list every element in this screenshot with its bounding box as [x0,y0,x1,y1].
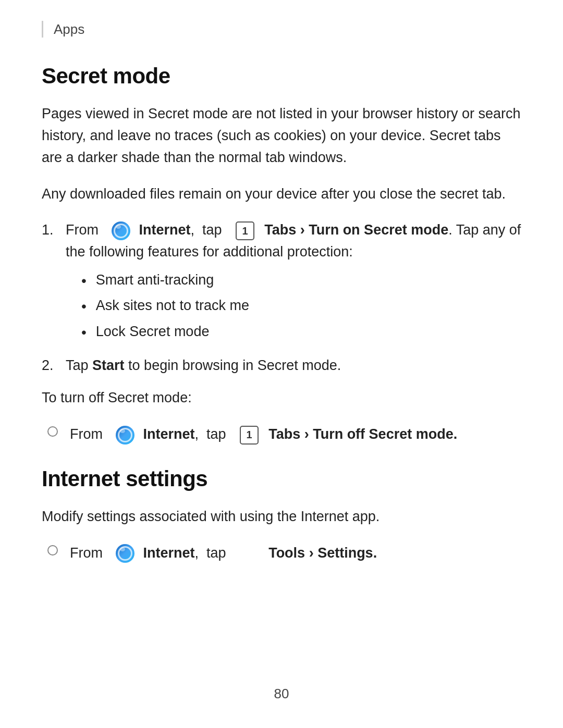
internet-icon-step1 [112,221,130,240]
turn-off-label: To turn off Secret mode: [42,387,521,409]
turn-off-tap: tap [206,426,226,442]
step-2-number: 2. [42,355,66,377]
header-bar: Apps [42,21,521,38]
settings-from: From [70,545,103,561]
step-2: 2. Tap Start to begin browsing in Secret… [42,355,521,377]
turn-off-item: From Internet, tap 1 Tabs › Turn off Sec… [42,424,521,446]
numbered-list: 1. From Internet, tap 1 Tabs › Turn on S… [42,219,521,377]
settings-content: From Internet, tap Tools › Settings. [70,542,377,564]
bullet-3: Lock Secret mode [81,321,521,343]
intro-paragraph: Pages viewed in Secret mode are not list… [42,103,521,169]
step-1-instruction: Tabs › Turn on Secret mode [264,222,448,238]
step-2-content: Tap Start to begin browsing in Secret mo… [66,355,521,377]
step-1-from: From [66,222,99,238]
turn-off-app-name: Internet [143,426,195,442]
internet-icon-turnoff [116,426,134,445]
internet-icon-settings [116,544,134,563]
internet-settings-section: Internet settings Modify settings associ… [42,466,521,564]
turn-off-instruction: Tabs › Turn off Secret mode. [268,426,457,442]
features-list: Smart anti-tracking Ask sites not to tra… [66,269,521,343]
tabs-icon-turnoff: 1 [240,426,259,445]
settings-app-name: Internet [143,545,195,561]
step-1-app-name: Internet [139,222,191,238]
circle-bullet-turn-off [47,426,66,437]
tabs-icon-step1: 1 [236,221,254,240]
internet-settings-description: Modify settings associated with using th… [42,506,521,528]
step-2-start: Start [92,357,125,373]
page-number: 80 [274,686,289,701]
step-1-number: 1. [42,219,66,241]
turn-off-content: From Internet, tap 1 Tabs › Turn off Sec… [70,424,457,446]
page-footer: 80 [0,686,563,702]
apps-label: Apps [54,21,84,37]
settings-tools-label: Tools › Settings. [268,545,377,561]
step-1-content: From Internet, tap 1 Tabs › Turn on Secr… [66,219,521,348]
step-2-tap: Tap [66,357,89,373]
svg-point-1 [48,546,57,555]
circle-bullet-settings [47,545,66,556]
bullet-1: Smart anti-tracking [81,269,521,292]
secret-mode-section: Secret mode Pages viewed in Secret mode … [42,64,521,446]
page-container: Apps Secret mode Pages viewed in Secret … [0,0,563,613]
internet-settings-title: Internet settings [42,466,521,491]
step-1-tap: tap [202,222,222,238]
secret-mode-title: Secret mode [42,64,521,89]
settings-tap: tap [206,545,226,561]
turn-off-from: From [70,426,103,442]
bullet-2: Ask sites not to track me [81,295,521,317]
step-1: 1. From Internet, tap 1 Tabs › Turn on S… [42,219,521,348]
svg-point-0 [48,427,57,436]
step-2-suffix: to begin browsing in Secret mode. [128,357,341,373]
tools-icon [240,551,259,556]
downloaded-files-note: Any downloaded files remain on your devi… [42,183,521,205]
settings-item: From Internet, tap Tools › Settings. [42,542,521,564]
